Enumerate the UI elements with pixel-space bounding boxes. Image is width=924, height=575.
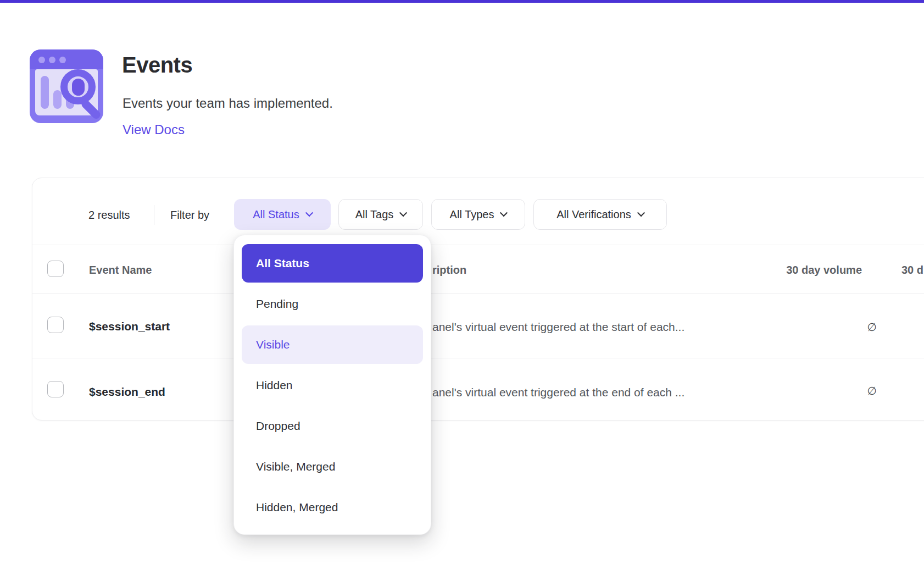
browser-window-body: [35, 69, 98, 115]
events-page: Events Events your team has implemented.…: [0, 0, 924, 575]
window-dot-icon: [49, 57, 55, 63]
magnifier-glass-detail: [72, 79, 85, 96]
status-filter-dropdown[interactable]: All Status: [234, 199, 331, 230]
chevron-down-icon: [399, 209, 407, 217]
chevron-down-icon: [637, 209, 645, 217]
page-title: Events: [122, 53, 192, 78]
table-header-bottom-border: [32, 293, 924, 294]
row-checkbox[interactable]: [47, 381, 64, 397]
menu-item-all-status[interactable]: All Status: [242, 244, 423, 283]
event-name-cell[interactable]: $session_start: [89, 320, 170, 333]
tags-filter-label: All Tags: [355, 208, 394, 221]
vertical-divider: [154, 205, 154, 225]
page-subtitle: Events your team has implemented.: [123, 96, 333, 111]
verifications-filter-dropdown[interactable]: All Verifications: [533, 199, 667, 230]
menu-item-visible[interactable]: Visible: [242, 325, 423, 364]
event-description-cell: anel's virtual event triggered at the st…: [432, 320, 684, 334]
events-card: 2 results Filter by All Status All Tags …: [32, 178, 924, 421]
volume-column-header[interactable]: 30 day volume: [786, 264, 862, 277]
clipped-column-header-partial: 30 d: [901, 264, 923, 277]
chart-bar-icon: [41, 76, 49, 109]
chevron-down-icon: [500, 209, 508, 217]
status-dropdown-menu: All Status Pending Visible Hidden Droppe…: [233, 235, 431, 535]
menu-item-hidden-merged[interactable]: Hidden, Merged: [242, 488, 423, 527]
filter-by-label: Filter by: [170, 209, 209, 222]
select-all-checkbox[interactable]: [47, 261, 64, 277]
menu-item-hidden[interactable]: Hidden: [242, 366, 423, 405]
menu-item-pending[interactable]: Pending: [242, 285, 423, 323]
types-filter-label: All Types: [450, 208, 494, 221]
tags-filter-dropdown[interactable]: All Tags: [338, 199, 423, 230]
table-header-top-border: [32, 245, 924, 245]
events-browser-chart-icon: [30, 49, 103, 123]
magnifier-icon: [60, 69, 96, 104]
description-column-header-partial: ription: [432, 264, 466, 277]
status-filter-label: All Status: [253, 208, 299, 221]
results-count: 2 results: [88, 209, 130, 222]
chart-bar-icon: [53, 90, 62, 109]
row-divider: [32, 358, 924, 358]
event-description-cell: anel's virtual event triggered at the en…: [432, 386, 684, 399]
window-dot-icon: [38, 57, 45, 63]
volume-value: ∅: [867, 384, 877, 397]
menu-item-visible-merged[interactable]: Visible, Merged: [242, 447, 423, 486]
view-docs-link[interactable]: View Docs: [123, 122, 185, 137]
chevron-down-icon: [305, 209, 313, 217]
types-filter-dropdown[interactable]: All Types: [431, 199, 525, 230]
event-name-column-header[interactable]: Event Name: [89, 264, 152, 277]
top-accent-bar: [0, 0, 924, 3]
row-checkbox[interactable]: [47, 317, 64, 333]
menu-item-dropped[interactable]: Dropped: [242, 407, 423, 445]
volume-value: ∅: [867, 320, 877, 334]
event-name-cell[interactable]: $session_end: [89, 385, 165, 399]
verifications-filter-label: All Verifications: [556, 208, 631, 221]
window-dot-icon: [59, 57, 66, 63]
